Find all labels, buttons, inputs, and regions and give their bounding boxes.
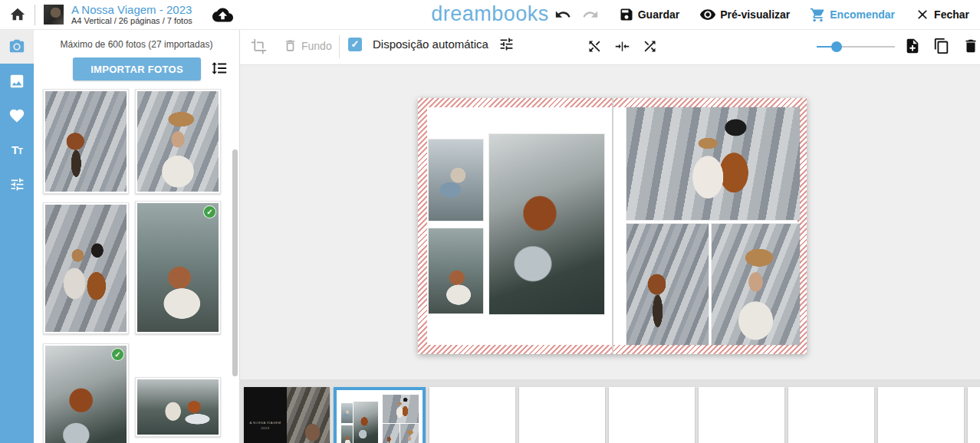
zoom-slider[interactable] bbox=[817, 41, 895, 53]
home-icon bbox=[9, 6, 26, 23]
photo-thumbnail[interactable]: ✓ bbox=[43, 343, 129, 443]
photo-panel-scrollbar[interactable] bbox=[232, 149, 238, 376]
filmstrip: A NOSSA VIAGEM2023 bbox=[240, 379, 980, 443]
zoom-slider-thumb[interactable] bbox=[831, 41, 842, 52]
sidebar-rail: TT bbox=[0, 29, 34, 443]
photo-thumbnail[interactable] bbox=[135, 89, 221, 194]
project-subtitle: A4 Vertical / 26 páginas / 7 fotos bbox=[71, 16, 192, 26]
layout-shuffle-group bbox=[587, 38, 658, 54]
filmstrip-blank[interactable] bbox=[968, 387, 980, 443]
shuffle-icon bbox=[642, 38, 658, 54]
redo-icon bbox=[582, 6, 599, 23]
filmstrip-blank[interactable] bbox=[429, 387, 515, 443]
spread-photo[interactable] bbox=[712, 224, 800, 345]
copy-icon bbox=[933, 38, 950, 54]
text-tool-icon: TT bbox=[12, 143, 22, 156]
book-spread[interactable] bbox=[418, 98, 807, 354]
sidebar-tab-layouts[interactable] bbox=[0, 64, 34, 98]
filmstrip-blank[interactable] bbox=[519, 387, 605, 443]
image-icon bbox=[8, 73, 25, 90]
cart-icon bbox=[810, 7, 826, 23]
shuffle-photos-button[interactable] bbox=[587, 38, 603, 54]
heart-icon bbox=[8, 107, 25, 124]
cloud-sync-button[interactable] bbox=[212, 5, 233, 25]
preview-button[interactable]: Pré-visualizar bbox=[699, 6, 790, 23]
background-label: Fundo bbox=[301, 40, 332, 52]
topbar-divider bbox=[35, 5, 35, 25]
cover-photo bbox=[287, 387, 330, 443]
spread-photo bbox=[354, 402, 377, 443]
layout-settings-icon[interactable] bbox=[498, 36, 515, 52]
project-title[interactable]: A Nossa Viagem - 2023 bbox=[71, 3, 192, 17]
redo-button[interactable] bbox=[582, 6, 599, 23]
save-label: Guardar bbox=[638, 8, 679, 21]
duplicate-page-button[interactable] bbox=[933, 38, 950, 54]
editor-toolbar: Fundo ✓ Disposição automática bbox=[240, 29, 980, 65]
camera-icon bbox=[8, 38, 25, 55]
preview-label: Pré-visualizar bbox=[720, 8, 790, 21]
project-cover-thumbnail[interactable] bbox=[44, 5, 64, 25]
order-button[interactable]: Encomendar bbox=[810, 7, 895, 23]
spread-photo[interactable] bbox=[429, 139, 483, 221]
auto-layout-toggle[interactable]: ✓ Disposição automática bbox=[348, 36, 515, 52]
topbar: A Nossa Viagem - 2023 A4 Vertical / 26 p… bbox=[0, 0, 980, 30]
shuffle-left-icon bbox=[587, 38, 603, 54]
eye-icon bbox=[699, 6, 716, 23]
add-page-button[interactable] bbox=[904, 38, 921, 54]
undo-button[interactable] bbox=[554, 6, 571, 23]
add-page-icon bbox=[904, 38, 921, 54]
spread-fold-line bbox=[612, 98, 613, 354]
photobook-editor: { "colors": { "accent": "#4a9fd6", "ligh… bbox=[0, 0, 980, 443]
sidebar-tab-favorites[interactable] bbox=[0, 98, 34, 133]
trash-outline-icon bbox=[283, 38, 298, 53]
photo-thumbnail[interactable] bbox=[43, 89, 129, 194]
close-icon bbox=[915, 7, 930, 22]
spread-photo bbox=[341, 425, 353, 443]
spread-photo bbox=[383, 395, 419, 423]
home-button[interactable] bbox=[9, 6, 26, 23]
photo-thumbnail[interactable] bbox=[135, 377, 221, 437]
filmstrip-cover[interactable]: A NOSSA VIAGEM2023 bbox=[244, 387, 330, 443]
close-label: Fechar bbox=[934, 8, 969, 21]
topbar-actions: Guardar Pré-visualizar Encomendar Fechar bbox=[554, 6, 969, 23]
filmstrip-blank[interactable] bbox=[609, 387, 695, 443]
delete-icon bbox=[962, 38, 979, 54]
photo-grid: ✓✓ bbox=[34, 29, 239, 443]
sidebar-tab-photos[interactable] bbox=[0, 29, 34, 64]
filmstrip-blank[interactable] bbox=[878, 387, 964, 443]
photo-panel: Máximo de 600 fotos (27 importadas) IMPO… bbox=[34, 29, 239, 443]
delete-page-button[interactable] bbox=[962, 38, 979, 54]
dreambooks-logo: dreambooks bbox=[431, 2, 549, 26]
workspace: Fundo ✓ Disposição automática bbox=[239, 29, 980, 443]
merge-pages-button[interactable] bbox=[614, 38, 630, 54]
tune-icon bbox=[9, 176, 25, 192]
spread-photo bbox=[341, 403, 353, 424]
background-button[interactable]: Fundo bbox=[283, 38, 332, 53]
crop-button[interactable] bbox=[251, 38, 267, 54]
spread-photo[interactable] bbox=[626, 224, 709, 345]
filmstrip-blank[interactable] bbox=[699, 387, 784, 443]
undo-icon bbox=[554, 6, 571, 23]
filmstrip-spread-selected[interactable] bbox=[334, 387, 426, 443]
filmstrip-blank[interactable] bbox=[788, 387, 874, 443]
save-icon bbox=[619, 7, 634, 22]
auto-layout-checkbox[interactable]: ✓ bbox=[348, 38, 362, 51]
photo-thumbnail[interactable] bbox=[43, 202, 129, 334]
shuffle-layout-button[interactable] bbox=[642, 38, 658, 54]
auto-layout-label: Disposição automática bbox=[373, 38, 488, 51]
filmstrip-spread-miniature bbox=[339, 392, 420, 443]
spread-photo[interactable] bbox=[489, 134, 604, 314]
photo-thumbnail[interactable]: ✓ bbox=[135, 201, 221, 334]
spread-photo[interactable] bbox=[626, 107, 800, 220]
save-button[interactable]: Guardar bbox=[619, 7, 679, 22]
spread-photo bbox=[400, 424, 419, 443]
spread-canvas bbox=[240, 64, 980, 387]
photo-used-check-icon: ✓ bbox=[111, 348, 124, 361]
page-actions-group bbox=[904, 38, 979, 54]
spread-photo[interactable] bbox=[429, 228, 483, 313]
close-button[interactable]: Fechar bbox=[915, 7, 969, 22]
sidebar-tab-settings[interactable] bbox=[0, 167, 34, 202]
sidebar-tab-text[interactable]: TT bbox=[0, 133, 34, 167]
order-label: Encomendar bbox=[830, 8, 895, 21]
cloud-upload-icon bbox=[212, 5, 233, 25]
